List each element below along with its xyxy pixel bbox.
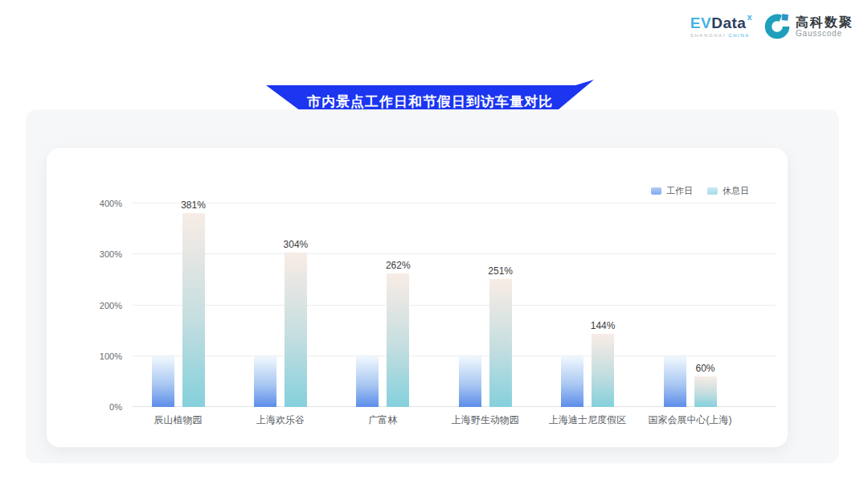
legend: 工作日休息日	[651, 185, 749, 197]
y-axis-tick-label: 0%	[48, 402, 122, 412]
bar-休息日-国家会展中心(上海)	[694, 376, 717, 407]
gausscode-cn-name: 高科数聚	[796, 15, 854, 30]
gausscode-logo: 高科数聚 Gausscode	[764, 13, 854, 40]
chart-panel: 工作日休息日 0%100%200%300%400%381%辰山植物园304%上海…	[26, 109, 839, 463]
y-axis-tick-label: 400%	[48, 199, 122, 208]
bar-工作日-上海野生动物园	[459, 356, 481, 407]
bar-休息日-上海欢乐谷	[285, 253, 307, 407]
gausscode-text: 高科数聚 Gausscode	[796, 15, 854, 39]
plot-area: 0%100%200%300%400%381%辰山植物园304%上海欢乐谷262%…	[133, 203, 776, 407]
evdata-subtext: SHANGHAI CHINA	[690, 33, 752, 38]
chart-title: 市内景点工作日和节假日到访车量对比	[307, 87, 553, 111]
y-axis-tick-label: 300%	[48, 249, 122, 259]
bar-工作日-上海欢乐谷	[254, 356, 276, 407]
value-label: 381%	[166, 199, 222, 211]
gridline-400	[133, 203, 776, 203]
bar-工作日-辰山植物园	[152, 356, 174, 407]
gausscode-g-icon	[764, 13, 791, 40]
value-label: 304%	[268, 239, 324, 250]
chart-card: 工作日休息日 0%100%200%300%400%381%辰山植物园304%上海…	[47, 148, 788, 447]
bar-工作日-广富林	[356, 356, 379, 407]
gausscode-en-name: Gausscode	[796, 29, 854, 38]
evdata-logo: EVDatax SHANGHAI CHINA	[690, 15, 752, 38]
bar-休息日-上海野生动物园	[489, 279, 512, 407]
value-label: 60%	[678, 363, 734, 374]
gridline-200	[133, 305, 776, 306]
gridline-300	[133, 253, 776, 254]
legend-item-工作日[interactable]: 工作日	[651, 185, 693, 197]
legend-marker-icon	[651, 187, 661, 195]
value-label: 262%	[370, 260, 426, 271]
legend-item-休息日[interactable]: 休息日	[707, 185, 749, 197]
legend-marker-icon	[707, 187, 718, 195]
page: EVDatax SHANGHAI CHINA 高科数聚 Gausscode 市内…	[0, 0, 868, 489]
legend-label: 工作日	[666, 185, 693, 197]
y-axis-tick-label: 100%	[48, 351, 122, 361]
value-label: 144%	[575, 320, 631, 331]
evdata-china-text: CHINA	[728, 33, 750, 38]
legend-label: 休息日	[723, 185, 749, 197]
evdata-wordmark: EVDatax	[690, 15, 752, 31]
evdata-sup-x: x	[747, 12, 752, 22]
bar-休息日-辰山植物园	[182, 213, 205, 407]
header-logos: EVDatax SHANGHAI CHINA 高科数聚 Gausscode	[690, 13, 854, 40]
evdata-data-text: Data	[711, 14, 746, 31]
value-label: 251%	[473, 265, 529, 277]
bar-休息日-上海迪士尼度假区	[592, 334, 614, 407]
x-axis-category-label: 国家会展中心(上海)	[622, 413, 759, 427]
bar-休息日-广富林	[387, 273, 409, 407]
y-axis-tick-label: 200%	[48, 301, 122, 310]
evdata-shanghai-text: SHANGHAI	[690, 33, 726, 38]
evdata-ev-text: EV	[690, 14, 711, 31]
bar-工作日-上海迪士尼度假区	[561, 356, 583, 407]
